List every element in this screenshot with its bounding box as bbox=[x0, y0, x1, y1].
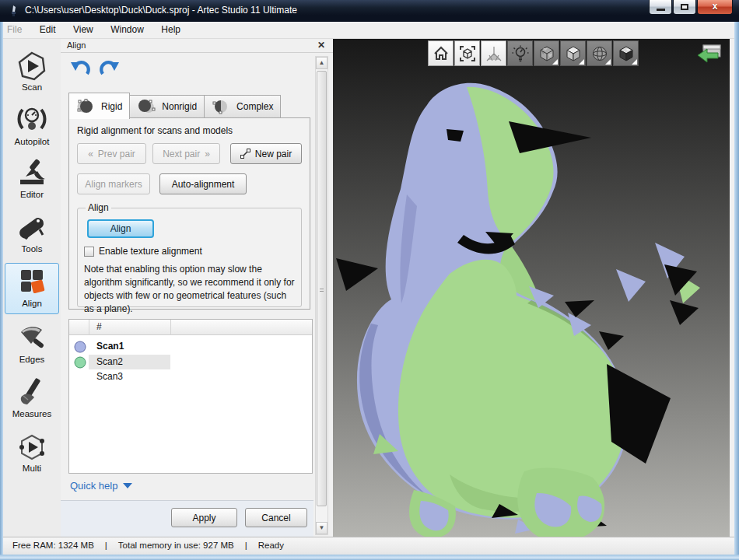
scrollbar-thumb[interactable] bbox=[317, 71, 327, 506]
scan-row-3[interactable]: Scan3 bbox=[69, 369, 312, 384]
window-title: C:\Users\user\Desktop\Duck\Duck.sproj - … bbox=[25, 0, 297, 21]
menu-file[interactable]: File bbox=[0, 22, 29, 38]
restore-button[interactable] bbox=[673, 0, 696, 15]
sidebar-item-align[interactable]: Align bbox=[5, 263, 59, 314]
minimize-button[interactable] bbox=[649, 0, 672, 15]
sidebar-item-autopilot[interactable]: Autopilot bbox=[5, 101, 59, 152]
restore-icon bbox=[681, 4, 688, 10]
textured-render-button[interactable] bbox=[534, 40, 559, 66]
viewport-3d[interactable] bbox=[333, 39, 730, 537]
scroll-up-icon[interactable]: ▲ bbox=[316, 57, 327, 69]
menu-edit[interactable]: Edit bbox=[33, 22, 63, 38]
menu-view[interactable]: View bbox=[66, 22, 100, 38]
fit-view-button[interactable] bbox=[454, 40, 480, 66]
sidebar-label: Scan bbox=[5, 82, 58, 92]
status-state: Ready bbox=[258, 541, 284, 550]
next-pair-button[interactable]: Next pair » bbox=[152, 143, 220, 164]
sidebar-label: Tools bbox=[5, 244, 58, 254]
sidebar: Scan Autopilot Editor bbox=[3, 39, 61, 537]
panel-close-icon[interactable]: ✕ bbox=[317, 40, 325, 51]
sidebar-label: Autopilot bbox=[5, 137, 58, 146]
close-icon: x bbox=[698, 1, 732, 12]
chevron-left-icon: « bbox=[88, 149, 93, 159]
scan-list: # Scan1 Scan2 Scan3 bbox=[68, 319, 313, 474]
sidebar-label: Edges bbox=[5, 355, 58, 364]
home-view-button[interactable] bbox=[428, 40, 454, 66]
menu-help[interactable]: Help bbox=[154, 22, 187, 38]
panel-footer: Apply Cancel bbox=[61, 500, 313, 537]
column-header: # bbox=[96, 321, 102, 332]
auto-alignment-button[interactable]: Auto-alignment bbox=[159, 173, 247, 194]
cancel-button[interactable]: Cancel bbox=[245, 508, 307, 527]
tab-label: Complex bbox=[236, 101, 273, 112]
panel-scrollbar[interactable]: ▲ ▼ bbox=[315, 56, 328, 535]
chevron-down-icon bbox=[123, 483, 132, 488]
multi-icon bbox=[16, 432, 48, 463]
duck-model-render bbox=[333, 39, 730, 537]
texture-alignment-checkbox[interactable] bbox=[84, 247, 94, 257]
titlebar: C:\Users\user\Desktop\Duck\Duck.sproj - … bbox=[0, 0, 739, 22]
rigid-tab-page: Rigid alignment for scans and models « P… bbox=[68, 117, 310, 310]
tab-bar: Rigid Nonrigid Complex bbox=[68, 92, 281, 118]
tab-description: Rigid alignment for scans and models bbox=[77, 125, 302, 136]
viewport-toolbar bbox=[428, 40, 639, 66]
quick-help-link[interactable]: Quick help bbox=[70, 480, 132, 492]
panel-header: Align ✕ bbox=[61, 39, 333, 53]
dropdown-corner-icon bbox=[552, 59, 558, 65]
scan2-color-dot bbox=[74, 356, 86, 369]
sidebar-label: Multi bbox=[5, 464, 58, 473]
prev-pair-button[interactable]: « Prev pair bbox=[77, 143, 146, 164]
redo-icon[interactable] bbox=[99, 59, 120, 78]
texture-alignment-label: Enable texture alignment bbox=[99, 246, 202, 257]
apply-button[interactable]: Apply bbox=[171, 508, 237, 527]
window-frame-right bbox=[734, 22, 739, 560]
statusbar: Free RAM: 1324 MB | Total memory in use:… bbox=[3, 537, 734, 555]
undo-icon[interactable] bbox=[70, 59, 91, 78]
align-icon bbox=[16, 267, 48, 298]
sidebar-item-measures[interactable]: Measures bbox=[5, 373, 59, 425]
align-button[interactable]: Align bbox=[87, 219, 154, 238]
new-pair-button[interactable]: New pair bbox=[230, 143, 302, 164]
complex-blob-icon bbox=[212, 99, 232, 114]
panel-title: Align bbox=[67, 40, 86, 50]
sidebar-item-tools[interactable]: Tools bbox=[5, 208, 59, 260]
close-button[interactable]: x bbox=[697, 0, 733, 15]
sphere-render-button[interactable] bbox=[587, 40, 612, 66]
measures-icon bbox=[16, 377, 48, 408]
collapse-arrow-icon bbox=[697, 44, 722, 64]
status-free-ram: Free RAM: 1324 MB bbox=[12, 541, 94, 550]
new-pair-icon bbox=[240, 149, 250, 159]
tab-complex[interactable]: Complex bbox=[205, 95, 281, 118]
nonrigid-blob-icon bbox=[137, 99, 157, 114]
autopilot-icon bbox=[16, 105, 48, 136]
align-markers-button[interactable]: Align markers bbox=[77, 173, 150, 194]
align-panel: Align ✕ Rigid bbox=[61, 39, 333, 537]
status-memory: Total memory in use: 927 MB bbox=[118, 541, 234, 550]
dropdown-corner-icon bbox=[632, 59, 637, 65]
scan-row-1[interactable]: Scan1 bbox=[69, 339, 312, 354]
panel-collapse-button[interactable] bbox=[697, 44, 722, 67]
menu-window[interactable]: Window bbox=[103, 22, 151, 38]
grid-toggle-button[interactable] bbox=[481, 40, 506, 66]
sidebar-item-scan[interactable]: Scan bbox=[5, 47, 59, 98]
grid-icon bbox=[485, 45, 503, 62]
sidebar-label: Editor bbox=[5, 190, 58, 199]
window-frame-bottom bbox=[0, 555, 739, 560]
scan-icon bbox=[16, 51, 48, 82]
solid-render-button[interactable] bbox=[613, 40, 639, 66]
shaded-render-button[interactable] bbox=[560, 40, 586, 66]
tab-label: Nonrigid bbox=[162, 101, 197, 112]
lightbulb-icon bbox=[512, 45, 529, 62]
editor-icon bbox=[16, 158, 48, 189]
tab-nonrigid[interactable]: Nonrigid bbox=[130, 95, 205, 118]
tab-rigid[interactable]: Rigid bbox=[68, 93, 130, 119]
menubar: File Edit View Window Help bbox=[0, 22, 739, 39]
lighting-button[interactable] bbox=[507, 40, 533, 66]
dropdown-corner-icon bbox=[605, 59, 611, 65]
scroll-down-icon[interactable]: ▼ bbox=[316, 522, 327, 534]
sidebar-item-multi[interactable]: Multi bbox=[5, 428, 59, 479]
sidebar-item-editor[interactable]: Editor bbox=[5, 154, 59, 205]
texture-alignment-note: Note that enabling this option may slow … bbox=[84, 263, 295, 316]
scan-row-2[interactable]: Scan2 bbox=[69, 355, 312, 369]
sidebar-item-edges[interactable]: Edges bbox=[5, 319, 59, 370]
